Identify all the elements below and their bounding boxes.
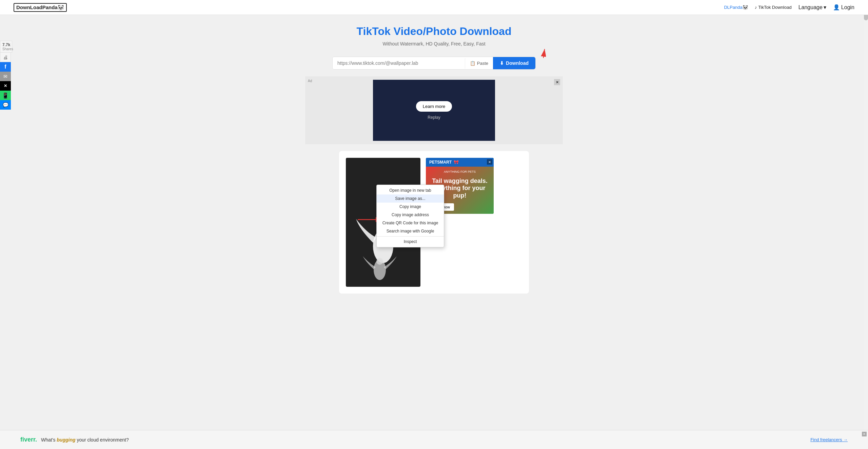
- ad-replay: Replay: [428, 115, 440, 120]
- ad-close-button[interactable]: ✕: [554, 79, 560, 85]
- twitter-share-button[interactable]: ✕: [0, 81, 11, 91]
- ad-learn-more-button[interactable]: Learn more: [416, 101, 452, 112]
- search-input[interactable]: [333, 57, 465, 69]
- download-icon: ⬇: [500, 60, 504, 66]
- share-count: 7.7k Shares: [0, 41, 12, 53]
- petsmart-ribbon: 🎀: [454, 160, 459, 165]
- petsmart-logo: PETSMART: [429, 160, 452, 165]
- context-create-qr[interactable]: Create QR Code for this image: [377, 219, 444, 227]
- whatsapp-share-button[interactable]: 📱: [0, 91, 11, 100]
- nav-language[interactable]: Language ▾: [798, 4, 826, 11]
- image-container: Open image in new tab Save image as... C…: [346, 158, 420, 287]
- content-card: Open image in new tab Save image as... C…: [339, 151, 529, 294]
- svg-point-6: [376, 258, 383, 265]
- context-copy-image-address[interactable]: Copy image address: [377, 211, 444, 219]
- facebook-share-button[interactable]: f: [0, 62, 11, 72]
- ad-label: Ad: [308, 79, 312, 83]
- page-title: TikTok Video/Photo Download: [288, 25, 580, 38]
- chevron-down-icon: ▾: [824, 4, 826, 11]
- print-share-button[interactable]: 🖨: [0, 53, 11, 62]
- header-nav: DLPanda🐼 ♪ TikTok Download Language ▾ 👤 …: [724, 4, 854, 11]
- bottom-ad-banner: fiverr. What's bugging your cloud enviro…: [0, 430, 868, 449]
- nav-tiktok-download[interactable]: ♪ TikTok Download: [755, 5, 792, 10]
- social-sidebar: 7.7k Shares 🖨 f ✉ ✕ 📱 💬: [0, 41, 12, 110]
- context-save-image[interactable]: Save image as...: [377, 194, 444, 203]
- context-menu: Open image in new tab Save image as... C…: [376, 185, 444, 247]
- red-arrow-indicator: [526, 43, 546, 60]
- card-body: Open image in new tab Save image as... C…: [346, 158, 522, 287]
- side-ad-header: PETSMART 🎀: [426, 158, 494, 167]
- ad-inner: Learn more Replay: [373, 80, 495, 141]
- context-search-google[interactable]: Search image with Google: [377, 227, 444, 235]
- clipboard-icon: 📋: [470, 61, 475, 66]
- search-bar: 📋 Paste ⬇ Download: [332, 57, 536, 70]
- scrollbar-track: [864, 0, 868, 449]
- bottom-ad-text: What's bugging your cloud environment?: [41, 437, 129, 443]
- paste-button[interactable]: 📋 Paste: [465, 58, 493, 69]
- nav-login[interactable]: 👤 Login: [833, 4, 854, 11]
- bottom-ad-left: fiverr. What's bugging your cloud enviro…: [20, 436, 129, 443]
- fiverr-logo: fiverr.: [20, 436, 37, 443]
- search-container: 📋 Paste ⬇ Download: [332, 57, 536, 70]
- context-open-image[interactable]: Open image in new tab: [377, 186, 444, 194]
- side-ad-tagline: ANYTHING FOR PETS: [429, 170, 490, 173]
- context-menu-divider: [377, 236, 444, 237]
- side-ad-close-button[interactable]: ✕: [487, 159, 492, 165]
- ad-banner: Ad Learn more Replay ✕: [305, 76, 563, 144]
- bottom-ad-cta[interactable]: Find freelancers →: [810, 437, 848, 442]
- svg-line-1: [544, 49, 545, 58]
- site-logo[interactable]: DownLoadPanda🐼: [14, 3, 67, 12]
- context-inspect[interactable]: Inspect: [377, 238, 444, 246]
- main-content: TikTok Video/Photo Download Without Wate…: [281, 15, 587, 304]
- header: DownLoadPanda🐼 DLPanda🐼 ♪ TikTok Downloa…: [0, 0, 868, 15]
- bottom-ad-close-button[interactable]: ✕: [862, 432, 867, 436]
- messenger-share-button[interactable]: 💬: [0, 100, 11, 110]
- email-share-button[interactable]: ✉: [0, 72, 11, 81]
- nav-dlpanda[interactable]: DLPanda🐼: [724, 5, 748, 10]
- context-copy-image[interactable]: Copy image: [377, 203, 444, 211]
- user-icon: 👤: [833, 4, 840, 11]
- music-icon: ♪: [755, 5, 757, 10]
